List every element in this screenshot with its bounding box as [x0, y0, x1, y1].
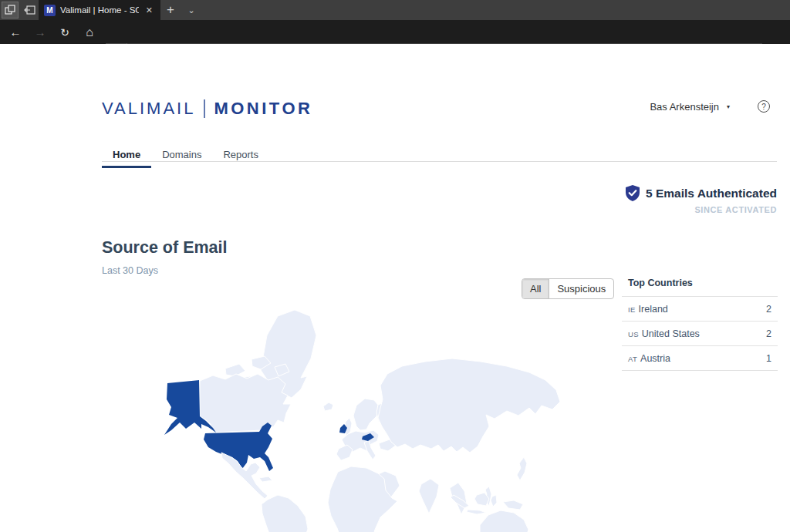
- valimail-monitor-logo[interactable]: VALIMAIL MONITOR: [102, 99, 312, 119]
- browser-tab[interactable]: M Valimail | Home - SCCT ✕: [39, 0, 160, 20]
- country-count: 2: [766, 304, 771, 315]
- country-row-united-states[interactable]: USUnited States 2: [622, 321, 778, 345]
- home-button[interactable]: ⌂: [79, 20, 100, 44]
- browser-tab-bar: M Valimail | Home - SCCT ✕ + ⌄: [0, 0, 790, 20]
- forward-button: →: [29, 20, 51, 44]
- set-tabs-aside-button[interactable]: [21, 2, 38, 19]
- logo-monitor-text: MONITOR: [214, 99, 312, 119]
- map-filter-toggle: All Suspicious: [522, 278, 614, 299]
- top-countries-title: Top Countries: [622, 274, 778, 296]
- filter-all-button[interactable]: All: [522, 279, 549, 298]
- tab-close-icon[interactable]: ✕: [143, 4, 155, 17]
- country-name: Ireland: [639, 304, 668, 315]
- help-button[interactable]: ?: [758, 100, 770, 113]
- country-code: AT: [628, 355, 637, 363]
- user-name-label: Bas Arkensteijn: [650, 101, 719, 113]
- browser-toolbar: ← → ↻ ⌂ https://app.valimail.com/home ☆: [0, 20, 790, 44]
- top-countries-panel: Top Countries IEIreland 2 USUnited State…: [622, 274, 778, 371]
- logo-divider: [204, 99, 205, 118]
- nav-divider: [102, 161, 777, 162]
- nav-tab-reports[interactable]: Reports: [212, 143, 269, 168]
- chevron-down-icon: ▾: [727, 103, 730, 110]
- valimail-favicon: M: [44, 5, 56, 16]
- logo-valimail-text: VALIMAIL: [102, 99, 195, 119]
- primary-nav: Home Domains Reports: [102, 143, 269, 168]
- back-button[interactable]: ←: [5, 20, 26, 44]
- tabs-set-aside-view-button[interactable]: [2, 2, 19, 19]
- valimail-home-page: VALIMAIL MONITOR Bas Arkensteijn ▾ ? Hom…: [0, 44, 790, 532]
- filter-suspicious-button[interactable]: Suspicious: [549, 279, 613, 298]
- new-tab-button[interactable]: +: [162, 0, 179, 20]
- emails-authenticated-stat: 5 Emails Authenticated SINCE ACTIVATED: [626, 185, 777, 214]
- overlapping-tabs-icon: [5, 5, 15, 15]
- nav-tab-domains[interactable]: Domains: [151, 143, 212, 168]
- question-mark-icon: ?: [761, 103, 766, 111]
- map-asia: [378, 359, 560, 453]
- refresh-button[interactable]: ↻: [54, 20, 76, 44]
- map-south-america: [262, 495, 308, 532]
- map-india: [419, 479, 439, 513]
- nav-tab-home[interactable]: Home: [102, 143, 151, 168]
- map-canada: [200, 374, 291, 433]
- world-map-choropleth[interactable]: [108, 301, 617, 532]
- section-subtitle: Last 30 Days: [102, 265, 158, 276]
- map-australia: [480, 510, 528, 532]
- stat-headline: 5 Emails Authenticated: [646, 187, 777, 200]
- country-code: US: [628, 330, 639, 338]
- country-code: IE: [628, 305, 636, 314]
- user-menu[interactable]: Bas Arkensteijn ▾: [650, 101, 730, 113]
- tab-preview-chevron-icon[interactable]: ⌄: [184, 0, 199, 20]
- country-name: United States: [642, 328, 700, 339]
- stat-subline: SINCE ACTIVATED: [626, 205, 777, 214]
- map-japan: [517, 457, 527, 480]
- user-area: Bas Arkensteijn ▾ ?: [650, 100, 770, 113]
- shield-check-icon: [626, 185, 640, 201]
- tab-title: Valimail | Home - SCCT: [60, 5, 139, 15]
- country-count: 2: [766, 328, 771, 339]
- country-count: 1: [766, 353, 771, 364]
- country-name: Austria: [640, 353, 670, 364]
- country-row-ireland[interactable]: IEIreland 2: [622, 296, 778, 321]
- country-row-austria[interactable]: ATAustria 1: [622, 345, 778, 371]
- section-title: Source of Email: [102, 238, 228, 258]
- tab-arrow-icon: [24, 5, 35, 15]
